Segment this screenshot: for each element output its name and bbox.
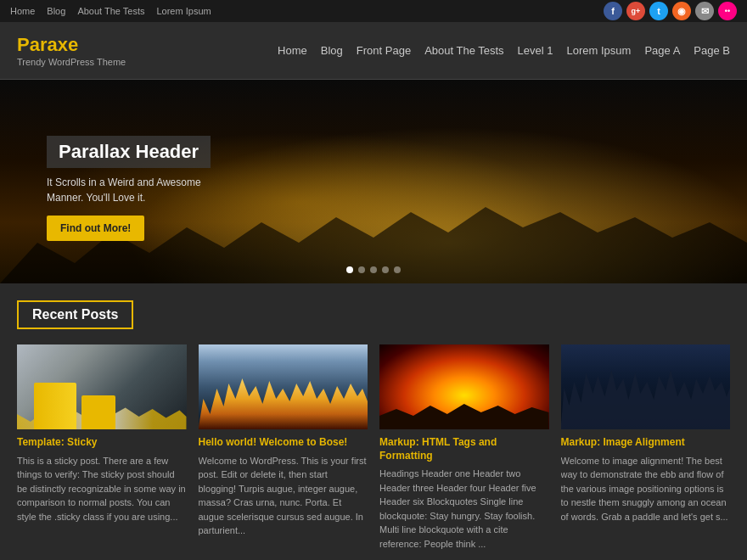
- flickr-icon[interactable]: ••: [718, 2, 737, 20]
- twitter-icon[interactable]: t: [649, 2, 668, 20]
- post-card: Template: Sticky This is a sticky post. …: [17, 344, 187, 551]
- post-title[interactable]: Markup: HTML Tags and Formatting: [379, 436, 549, 462]
- post-thumbnail: [17, 344, 187, 429]
- post-thumbnail: [561, 344, 731, 429]
- site-title[interactable]: Paraxe: [17, 34, 126, 56]
- hero-title-box: Parallax Header: [47, 136, 211, 168]
- hero-content: Parallax Header It Scrolls in a Weird an…: [47, 136, 216, 241]
- mainnav-lorem[interactable]: Lorem Ipsum: [567, 44, 632, 57]
- main-content: Recent Posts Template: Sticky This is a …: [0, 283, 747, 560]
- rss-icon[interactable]: ◉: [672, 2, 691, 20]
- mainnav-blog[interactable]: Blog: [321, 44, 343, 57]
- mainnav-about[interactable]: About The Tests: [424, 44, 503, 57]
- hero-dots: [346, 266, 401, 273]
- site-header: Paraxe Trendy WordPress Theme Home Blog …: [0, 22, 747, 80]
- top-bar: Home Blog About The Tests Lorem Ipsum f …: [0, 0, 747, 22]
- mainnav-frontpage[interactable]: Front Page: [357, 44, 411, 57]
- site-tagline: Trendy WordPress Theme: [17, 57, 126, 67]
- email-icon[interactable]: ✉: [695, 2, 714, 20]
- posts-grid: Template: Sticky This is a sticky post. …: [17, 344, 730, 551]
- main-navigation: Home Blog Front Page About The Tests Lev…: [278, 44, 730, 57]
- post-title[interactable]: Hello world! Welcome to Bose!: [199, 436, 368, 450]
- post-title[interactable]: Markup: Image Alignment: [561, 436, 731, 450]
- topnav-about[interactable]: About The Tests: [77, 6, 144, 16]
- hero-dot-3[interactable]: [370, 266, 377, 273]
- mainnav-home[interactable]: Home: [278, 44, 307, 57]
- mainnav-level1[interactable]: Level 1: [518, 44, 553, 57]
- hero-dot-4[interactable]: [382, 266, 389, 273]
- post-thumbnail: [199, 344, 368, 429]
- post-excerpt: Welcome to WordPress. This is your first…: [199, 454, 368, 538]
- social-icons-bar: f g+ t ◉ ✉ ••: [604, 2, 737, 20]
- topnav-home[interactable]: Home: [10, 6, 35, 16]
- post-thumbnail: [379, 344, 549, 429]
- hero-dot-2[interactable]: [358, 266, 365, 273]
- post-excerpt: Welcome to image alignment! The best way…: [561, 454, 731, 524]
- top-navigation: Home Blog About The Tests Lorem Ipsum: [10, 6, 211, 16]
- recent-posts-heading: Recent Posts: [17, 300, 133, 329]
- mainnav-pagea[interactable]: Page A: [644, 44, 680, 57]
- post-card: Markup: Image Alignment Welcome to image…: [561, 344, 731, 551]
- googleplus-icon[interactable]: g+: [626, 2, 645, 20]
- hero-dot-1[interactable]: [346, 266, 353, 273]
- site-branding: Paraxe Trendy WordPress Theme: [17, 34, 126, 66]
- post-title[interactable]: Template: Sticky: [17, 436, 187, 450]
- post-excerpt: Headings Header one Header two Header th…: [379, 467, 549, 551]
- post-excerpt: This is a sticky post. There are a few t…: [17, 454, 187, 524]
- hero-section: Parallax Header It Scrolls in a Weird an…: [0, 80, 747, 283]
- hero-cta-button[interactable]: Find out More!: [47, 216, 144, 241]
- facebook-icon[interactable]: f: [604, 2, 622, 20]
- topnav-blog[interactable]: Blog: [47, 6, 65, 16]
- mainnav-pageb[interactable]: Page B: [694, 44, 730, 57]
- topnav-lorem[interactable]: Lorem Ipsum: [156, 6, 211, 16]
- hero-subtitle: It Scrolls in a Weird and Awesome Manner…: [47, 175, 216, 205]
- hero-dot-5[interactable]: [394, 266, 401, 273]
- post-card: Markup: HTML Tags and Formatting Heading…: [379, 344, 549, 551]
- post-card: Hello world! Welcome to Bose! Welcome to…: [199, 344, 368, 551]
- hero-title: Parallax Header: [59, 141, 199, 162]
